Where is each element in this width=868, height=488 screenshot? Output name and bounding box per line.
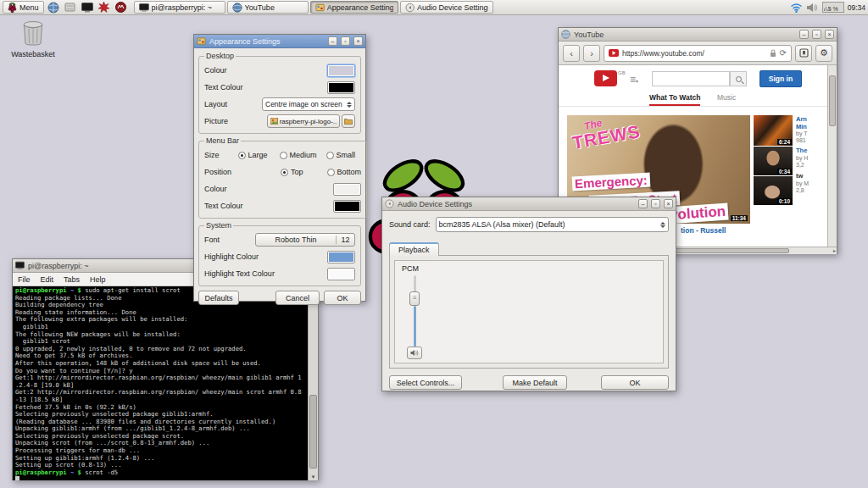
select-controls-button[interactable]: Select Controls...	[389, 375, 462, 390]
layout-dropdown[interactable]: Centre image on screen	[262, 97, 355, 111]
terminal-launcher[interactable]	[80, 1, 95, 14]
lock-icon	[770, 49, 776, 58]
tab-playback[interactable]: Playback	[389, 242, 439, 256]
menubar-text-colour-swatch[interactable]	[333, 200, 361, 213]
mathematica-launcher[interactable]	[97, 1, 112, 14]
search-button[interactable]	[730, 71, 747, 86]
taskbar-task-audio[interactable]: Audio Device Settings	[400, 1, 493, 14]
minimize-button[interactable]: –	[638, 199, 648, 208]
volume-icon[interactable]	[806, 3, 819, 13]
side-video-3-thumb[interactable]: 0:10	[754, 176, 793, 205]
position-radio-top[interactable]: Top	[281, 168, 303, 176]
cpu-monitor[interactable]: 5 %	[822, 2, 844, 13]
clock[interactable]: 09:34	[848, 3, 865, 12]
close-button[interactable]: ×	[664, 199, 673, 208]
pcm-mute-button[interactable]	[407, 347, 422, 359]
picture-button[interactable]: raspberry-pi-logo-...	[267, 114, 340, 128]
audio-window-icon	[385, 199, 394, 208]
side-video-1-info[interactable]: Arn Min by T 981	[796, 116, 828, 144]
ok-button[interactable]: OK	[324, 291, 361, 305]
tab-what-to-watch[interactable]: What To Watch	[649, 93, 700, 107]
dropdown-spinner-icon	[344, 102, 352, 108]
side-video-1-duration: 6:24	[777, 139, 792, 145]
playback-panel: PCM	[389, 255, 669, 369]
system-tray: 5 % 09:34	[790, 2, 865, 13]
url-bar[interactable]: https://www.youtube.com/ ⟳	[604, 45, 792, 62]
maximize-button[interactable]: ▫	[651, 199, 660, 208]
side-video-3-info[interactable]: tw by M 2,8	[796, 173, 828, 194]
size-radio-small[interactable]: Small	[326, 151, 356, 159]
mathematica-star-icon	[98, 2, 109, 13]
signin-button[interactable]: Sign in	[760, 70, 802, 87]
cpu-graph	[824, 7, 830, 11]
globe-browser-icon	[47, 2, 59, 14]
picture-browse-button[interactable]	[342, 114, 355, 128]
taskbar-task-terminal[interactable]: pi@raspberrypi: ~	[134, 1, 225, 14]
desktop-legend: Desktop	[204, 52, 236, 60]
menu-tabs[interactable]: Tabs	[64, 275, 80, 284]
taskbar: Menu pi@raspbe	[0, 0, 868, 15]
forward-button[interactable]: ›	[583, 45, 600, 62]
youtube-logo[interactable]	[594, 70, 617, 86]
wolfram-launcher[interactable]	[114, 1, 129, 14]
terminal-content[interactable]: pi@raspberrypi ~ $ sudo apt-get install …	[13, 286, 318, 480]
appearance-titlebar[interactable]: Appearance Settings – ▫ ×	[194, 35, 365, 48]
wastebasket-icon	[21, 20, 45, 46]
main-video-title[interactable]: tion - Russell	[681, 226, 726, 235]
wastebasket-desktop-icon[interactable]: Wastebasket	[3, 20, 63, 58]
tab-music[interactable]: Music	[717, 93, 736, 102]
size-radio-medium[interactable]: Medium	[280, 151, 317, 159]
desktop-colour-swatch[interactable]	[327, 64, 355, 77]
system-legend: System	[204, 221, 233, 230]
sound-card-dropdown[interactable]: bcm2835 ALSA (Alsa mixer) (Default)	[436, 217, 669, 232]
audio-titlebar[interactable]: Audio Device Settings – ▫ ×	[382, 197, 676, 211]
cancel-button[interactable]: Cancel	[275, 291, 320, 305]
close-button[interactable]: ×	[825, 30, 834, 39]
highlight-colour-swatch[interactable]	[327, 251, 355, 263]
position-radio-bottom[interactable]: Bottom	[327, 168, 362, 176]
side-video-2-duration: 0:34	[777, 169, 792, 175]
side-video-2-info[interactable]: The by H 3,2	[796, 147, 828, 169]
defaults-button[interactable]: Defaults	[198, 291, 239, 305]
menu-file[interactable]: File	[18, 275, 31, 284]
make-default-button[interactable]: Make Default	[503, 375, 567, 390]
maximize-button[interactable]: ▫	[812, 30, 821, 39]
file-manager-launcher[interactable]	[63, 1, 78, 14]
ok-button[interactable]: OK	[601, 375, 669, 390]
radio-icon	[326, 152, 334, 159]
settings-button[interactable]: ⚙	[815, 45, 832, 62]
wifi-icon[interactable]	[790, 3, 803, 13]
globe-task-icon	[232, 3, 242, 13]
desktop-text-colour-swatch[interactable]	[327, 81, 355, 94]
menu-help[interactable]: Help	[90, 275, 106, 284]
youtube-titlebar[interactable]: YouTube – ▫ ×	[559, 28, 837, 42]
sound-card-label: Sound card:	[389, 220, 431, 229]
side-video-1-thumb[interactable]: 6:24	[754, 115, 793, 146]
terminal-cursor-line	[15, 476, 306, 480]
folder-icon	[344, 118, 353, 125]
web-browser-launcher[interactable]	[46, 1, 61, 14]
menubar-colour-swatch[interactable]	[333, 183, 361, 196]
highlight-text-colour-swatch[interactable]	[327, 268, 355, 280]
taskbar-task-youtube[interactable]: YouTube	[227, 1, 309, 14]
minimize-button[interactable]: –	[799, 30, 809, 39]
font-button[interactable]: Roboto Thin 12	[255, 233, 355, 247]
side-video-2-thumb[interactable]: 0:34	[754, 147, 793, 175]
minimize-button[interactable]: –	[328, 36, 337, 46]
bookmark-button[interactable]	[795, 45, 812, 62]
close-button[interactable]: ×	[353, 36, 363, 46]
menu-button[interactable]: Menu	[3, 1, 44, 14]
raspberry-menu-icon	[8, 3, 17, 13]
menu-edit[interactable]: Edit	[41, 275, 54, 284]
reload-icon[interactable]: ⟳	[780, 48, 787, 58]
taskbar-task-appearance[interactable]: Appearance Settings	[310, 1, 398, 14]
maximize-button[interactable]: ▫	[341, 36, 350, 46]
size-radio-large[interactable]: Large	[238, 151, 268, 159]
vertical-scrollbar[interactable]	[827, 65, 837, 247]
back-button[interactable]: ‹	[563, 45, 580, 62]
search-input[interactable]	[652, 71, 730, 86]
terminal-scrollbar[interactable]: ▲ ▼	[308, 286, 318, 480]
wolfram-icon	[115, 2, 126, 13]
pcm-slider-handle[interactable]	[409, 291, 420, 306]
hamburger-menu[interactable]: ≡▾	[630, 74, 638, 86]
